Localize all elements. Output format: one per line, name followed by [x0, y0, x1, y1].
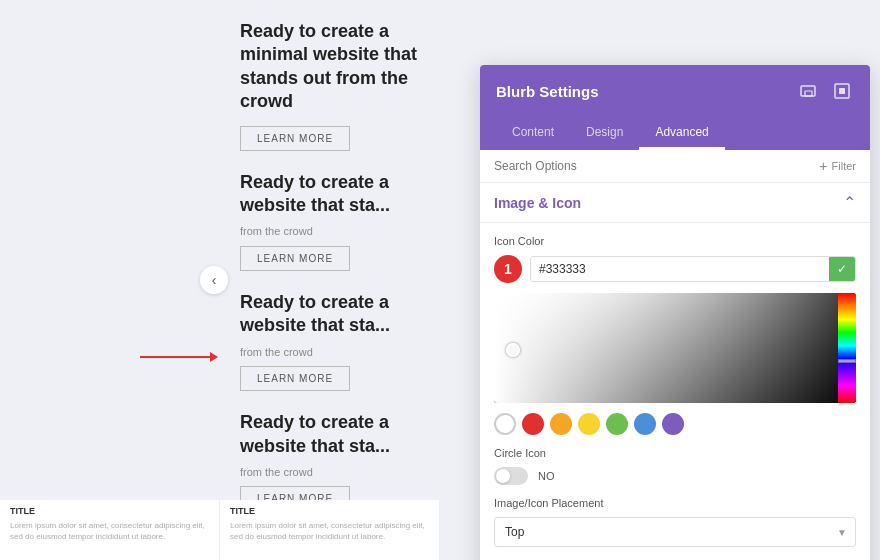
swatch-orange[interactable] — [550, 413, 572, 435]
blurb-text: from the crowd — [240, 344, 420, 361]
learn-more-button[interactable]: LEARN MORE — [240, 246, 350, 271]
color-hex-input[interactable] — [531, 257, 829, 281]
learn-more-button[interactable]: LEARN MORE — [240, 126, 350, 151]
swatch-green[interactable] — [606, 413, 628, 435]
page-blurbs: Ready to create a minimal website that s… — [220, 20, 440, 521]
red-arrow-indicator — [140, 352, 218, 362]
nav-arrow-left[interactable]: ‹ — [200, 266, 228, 294]
icon-color-row: 1 ✓ — [494, 255, 856, 283]
section-toggle-icon[interactable]: ⌃ — [843, 193, 856, 212]
blurb-item: Ready to create a minimal website that s… — [220, 20, 440, 161]
placement-select[interactable]: Top Left Right Bottom — [495, 518, 855, 546]
search-input[interactable] — [494, 159, 819, 173]
picker-handle[interactable] — [506, 343, 520, 357]
filter-button[interactable]: + Filter — [819, 158, 856, 174]
blurb-heading: Ready to create a minimal website that s… — [240, 20, 420, 114]
panel-search-bar: + Filter — [480, 150, 870, 183]
circle-icon-label: Circle Icon — [494, 447, 856, 459]
toggle-knob — [496, 469, 510, 483]
color-swatches-row — [494, 413, 856, 435]
blurb-heading: Ready to create a website that sta... — [240, 171, 420, 218]
hue-bar[interactable] — [838, 293, 856, 403]
panel-title: Blurb Settings — [496, 83, 599, 100]
panel-responsive-icon[interactable] — [796, 79, 820, 103]
blurb-text: from the crowd — [240, 223, 420, 240]
gradient-field[interactable] — [494, 293, 856, 403]
blurb-text: from the crowd — [240, 464, 420, 481]
placement-select-wrap: Top Left Right Bottom ▼ — [494, 517, 856, 547]
table-col-text: Lorem ipsum dolor sit amet, consectetur … — [230, 520, 429, 542]
color-confirm-button[interactable]: ✓ — [829, 257, 855, 281]
blurb-settings-panel: Blurb Settings Content Design Advanced — [480, 65, 870, 560]
table-col: TITLE Lorem ipsum dolor sit amet, consec… — [220, 500, 440, 560]
table-col-text: Lorem ipsum dolor sit amet, consectetur … — [10, 520, 209, 542]
circle-icon-toggle-row: NO — [494, 467, 856, 485]
section-title: Image & Icon — [494, 195, 581, 211]
swatch-yellow[interactable] — [578, 413, 600, 435]
color-step-number: 1 — [494, 255, 522, 283]
color-picker-gradient[interactable] — [494, 293, 856, 403]
swatch-empty[interactable] — [494, 413, 516, 435]
color-input-box: ✓ — [530, 256, 856, 282]
placement-section: Image/Icon Placement Top Left Right Bott… — [494, 497, 856, 547]
learn-more-button[interactable]: LEARN MORE — [240, 366, 350, 391]
filter-plus-icon: + — [819, 158, 827, 174]
swatch-red[interactable] — [522, 413, 544, 435]
swatch-purple[interactable] — [662, 413, 684, 435]
panel-header: Blurb Settings — [480, 65, 870, 117]
blurb-item: Ready to create a website that sta... fr… — [220, 171, 440, 281]
swatch-blue[interactable] — [634, 413, 656, 435]
panel-header-icons — [796, 79, 854, 103]
panel-body: Icon Color 1 ✓ — [480, 223, 870, 560]
blurb-item: Ready to create a website that sta... fr… — [220, 291, 440, 401]
table-col-title: TITLE — [10, 506, 209, 516]
circle-icon-toggle[interactable] — [494, 467, 528, 485]
blurb-heading: Ready to create a website that sta... — [240, 291, 420, 338]
table-col: TITLE Lorem ipsum dolor sit amet, consec… — [0, 500, 220, 560]
panel-close-icon[interactable] — [830, 79, 854, 103]
placement-label: Image/Icon Placement — [494, 497, 856, 509]
svg-rect-3 — [839, 88, 845, 94]
blurb-heading: Ready to create a website that sta... — [240, 411, 420, 458]
hue-bar-container[interactable] — [838, 293, 856, 403]
circle-icon-toggle-label: NO — [538, 470, 555, 482]
tab-advanced[interactable]: Advanced — [639, 117, 724, 150]
filter-label: Filter — [832, 160, 856, 172]
hue-handle[interactable] — [838, 359, 856, 363]
icon-color-label: Icon Color — [494, 235, 856, 247]
panel-tabs: Content Design Advanced — [480, 117, 870, 150]
image-icon-section-header[interactable]: Image & Icon ⌃ — [480, 183, 870, 223]
bottom-table: TITLE Lorem ipsum dolor sit amet, consec… — [0, 500, 440, 560]
tab-content[interactable]: Content — [496, 117, 570, 150]
table-col-title: TITLE — [230, 506, 429, 516]
red-arrow-head — [210, 352, 218, 362]
tab-design[interactable]: Design — [570, 117, 639, 150]
red-arrow-line — [140, 356, 210, 358]
